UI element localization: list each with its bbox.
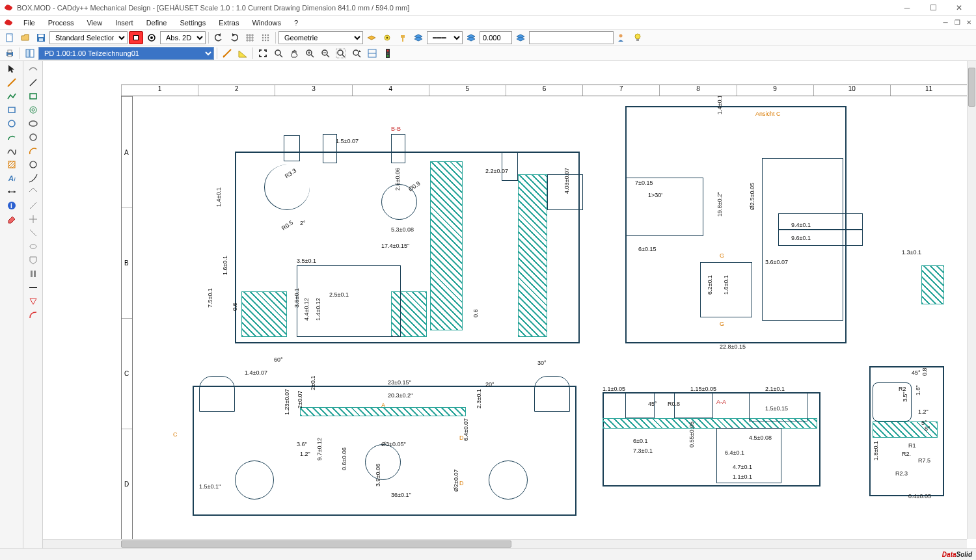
new-file-button[interactable] <box>3 31 17 44</box>
traffic-light-button[interactable] <box>381 47 395 60</box>
dim-br-9: 4.5±0.08 <box>749 434 772 441</box>
selection-window-button[interactable] <box>129 31 143 44</box>
dimension-tool[interactable] <box>5 185 18 198</box>
view-explorer-button[interactable] <box>23 47 37 60</box>
svg-line-58 <box>8 161 14 167</box>
zoom-extents-button[interactable] <box>334 47 348 60</box>
layer-stack-3-button[interactable] <box>513 31 528 44</box>
undo-button[interactable] <box>211 31 226 44</box>
hatch-tool[interactable] <box>5 158 18 171</box>
window-close-button[interactable]: ✕ <box>946 1 972 15</box>
eraser-tool[interactable] <box>5 213 18 226</box>
rect-tool[interactable] <box>5 103 18 116</box>
measure-button[interactable] <box>220 47 234 60</box>
pointer-tool[interactable] <box>5 62 18 75</box>
vertical-scrollbar[interactable] <box>967 61 976 539</box>
print-button[interactable] <box>3 47 17 60</box>
menu-file[interactable]: File <box>17 18 42 28</box>
polyline-tool[interactable] <box>5 90 18 103</box>
menu-insert[interactable]: Insert <box>109 18 140 28</box>
menu-view[interactable]: View <box>80 18 109 28</box>
layer-state-1-button[interactable] <box>364 31 379 44</box>
zoom-out-button[interactable] <box>318 47 332 60</box>
svg-line-57 <box>8 161 11 164</box>
offset-field[interactable] <box>480 31 512 44</box>
svg-rect-77 <box>31 271 33 277</box>
svg-point-68 <box>32 109 34 111</box>
open-file-button[interactable] <box>18 31 33 44</box>
dim-bl-2: 20.3±0.2" <box>388 392 413 399</box>
layer-stack-button[interactable] <box>411 31 426 44</box>
menu-windows[interactable]: Windows <box>245 18 288 28</box>
layer-stack-2-button[interactable] <box>464 31 478 44</box>
dim-br-2: 2.1±0.1 <box>765 386 785 392</box>
part-bb-boss1 <box>284 135 300 161</box>
tool-19[interactable] <box>27 308 40 321</box>
rect-2-tool[interactable] <box>27 90 40 103</box>
tool-12[interactable] <box>27 213 40 226</box>
mdi-close-button[interactable]: ✕ <box>964 18 974 27</box>
menu-define[interactable]: Define <box>140 18 174 28</box>
part-bb-pocket <box>297 265 401 337</box>
spline-2-tool[interactable] <box>27 62 40 75</box>
info-tool[interactable]: i <box>5 199 18 212</box>
blank-field[interactable] <box>529 31 614 44</box>
selection-mode-combo[interactable]: Standard Selection <box>49 31 128 44</box>
window-minimize-button[interactable]: ─ <box>894 1 920 15</box>
ellipse-tool[interactable] <box>27 117 40 130</box>
arc-2-tool[interactable] <box>27 144 40 157</box>
diag-line-tool[interactable] <box>27 76 40 89</box>
view-combo[interactable]: PD 1.00:1.00 Teilzeichnung01 <box>38 47 214 60</box>
tool-16[interactable] <box>27 267 40 280</box>
dim-bl-3: 2±0.1 <box>310 376 316 390</box>
pan-button[interactable] <box>287 47 301 60</box>
text-tool[interactable]: Aᵢ <box>5 172 18 185</box>
tool-17[interactable] <box>27 281 40 294</box>
menu-extras[interactable]: Extras <box>212 18 245 28</box>
mdi-restore-button[interactable]: ❐ <box>952 18 962 27</box>
coord-mode-combo[interactable]: Abs. 2D <box>160 31 206 44</box>
redo-button[interactable] <box>227 31 241 44</box>
tool-11[interactable] <box>27 199 40 212</box>
concentric-circle-tool[interactable] <box>27 103 40 116</box>
menu-settings[interactable]: Settings <box>173 18 212 28</box>
mdi-minimize-button[interactable]: ─ <box>940 18 951 27</box>
zoom-window-button[interactable] <box>271 47 286 60</box>
dim-bb-13: 1.6±0.1 <box>222 256 228 275</box>
svg-point-52 <box>387 55 389 57</box>
arc-tool[interactable] <box>5 131 18 144</box>
save-file-button[interactable] <box>34 31 48 44</box>
zoom-in-button[interactable] <box>303 47 317 60</box>
zoom-select-button[interactable] <box>256 47 270 60</box>
dim-bl-0: 1.4±0.07 <box>245 369 267 376</box>
tool-10[interactable] <box>27 185 40 198</box>
tool-15[interactable] <box>27 254 40 267</box>
circle-3-tool[interactable] <box>27 158 40 171</box>
svg-line-72 <box>30 202 36 209</box>
layer-combo[interactable]: Geometrie <box>278 31 363 44</box>
snap-button[interactable] <box>258 31 273 44</box>
angle-button[interactable] <box>236 47 250 60</box>
menu-help[interactable]: ? <box>288 18 305 28</box>
menu-process[interactable]: Process <box>42 18 81 28</box>
zoom-previous-button[interactable] <box>349 47 364 60</box>
user-settings-button[interactable] <box>615 31 629 44</box>
linetype-combo[interactable]: ━━━ <box>427 31 463 44</box>
layer-visibility-button[interactable] <box>380 31 394 44</box>
curve-tool[interactable] <box>27 172 40 185</box>
tool-14[interactable] <box>27 240 40 253</box>
horizontal-scrollbar[interactable] <box>43 539 967 548</box>
circle-2-tool[interactable] <box>27 131 40 144</box>
circle-tool[interactable] <box>5 117 18 130</box>
selection-circle-button[interactable] <box>144 31 159 44</box>
regen-button[interactable] <box>365 47 379 60</box>
line-tool[interactable] <box>5 76 18 89</box>
tool-13[interactable] <box>27 226 40 239</box>
grid-button[interactable] <box>243 31 257 44</box>
layer-lock-button[interactable] <box>396 31 410 44</box>
idea-button[interactable] <box>630 31 645 44</box>
window-maximize-button[interactable]: ☐ <box>920 1 946 15</box>
drawing-canvas[interactable]: 1234567891011 ABCD B-B Ansicht C <box>43 61 976 548</box>
spline-tool[interactable] <box>5 144 18 157</box>
tool-18[interactable] <box>27 295 40 308</box>
